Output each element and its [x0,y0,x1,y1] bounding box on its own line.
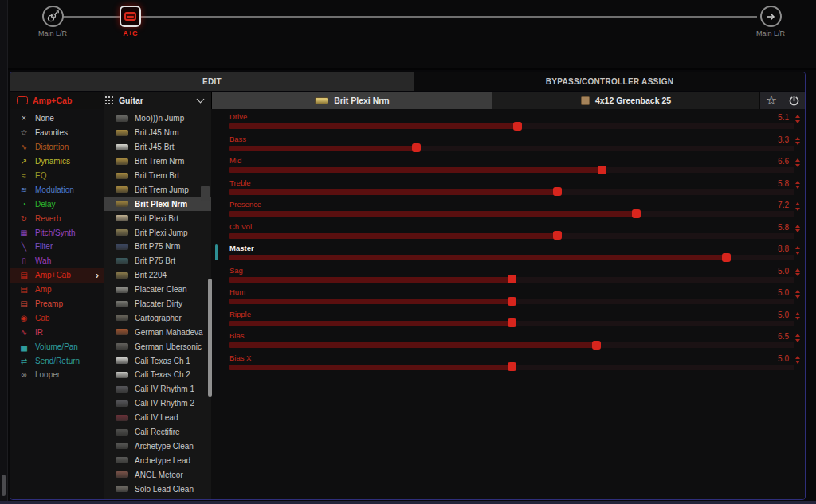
spinner-up-icon[interactable] [795,334,800,337]
param-slider-track[interactable] [230,277,794,283]
param-slider-knob[interactable] [513,122,522,131]
tab-edit[interactable]: EDIT [10,72,414,91]
param-spinner[interactable] [795,246,800,255]
favorite-button[interactable]: ☆ [759,92,783,109]
sidebar-item-distortion[interactable]: ∿Distortion [10,140,104,154]
model-item-brit-p75-brt[interactable]: Brit P75 Brt [104,254,211,268]
param-value[interactable]: 6.6 [778,157,789,166]
model-item-cali-texas-ch-1[interactable]: Cali Texas Ch 1 [104,354,211,368]
model-item-cali-texas-ch-2[interactable]: Cali Texas Ch 2 [104,368,211,382]
model-item-cali-rectifire[interactable]: Cali Rectifire [104,425,211,440]
param-spinner[interactable] [795,312,800,321]
model-item-cali-iv-rhythm-1[interactable]: Cali IV Rhythm 1 [104,382,211,397]
model-item-german-ubersonic[interactable]: German Ubersonic [104,339,211,354]
sidebar-item-filter[interactable]: ╲Filter [10,240,104,254]
param-spinner[interactable] [795,202,800,211]
model-item-brit-j45-brt[interactable]: Brit J45 Brt [104,140,211,154]
param-slider-track[interactable] [230,146,794,151]
spinner-down-icon[interactable] [795,273,800,276]
param-value[interactable]: 6.5 [778,332,789,341]
param-spinner[interactable] [795,115,800,123]
spinner-down-icon[interactable] [795,339,800,342]
spinner-up-icon[interactable] [795,181,800,184]
param-spinner[interactable] [795,225,800,233]
param-value[interactable]: 3.3 [778,135,789,144]
sidebar-item-reverb[interactable]: ↻Reverb [10,211,104,225]
spinner-down-icon[interactable] [795,164,800,167]
sidebar-item-modulation[interactable]: ≋Modulation [10,182,104,197]
param-slider-knob[interactable] [722,253,731,262]
param-slider-track[interactable] [230,321,794,326]
grid-view-icon[interactable] [105,96,113,104]
sidebar-item-looper[interactable]: ∞Looper [10,368,104,382]
sidebar-item-amp-cab[interactable]: ▤Amp+Cab› [10,268,104,283]
spinner-down-icon[interactable] [795,229,800,232]
param-slider-knob[interactable] [508,362,516,371]
spinner-up-icon[interactable] [795,268,800,272]
param-value[interactable]: 5.1 [778,113,789,122]
spinner-up-icon[interactable] [795,202,800,205]
sidebar-item-amp[interactable]: ▤Amp [10,283,104,297]
model-item-brit-trem-nrm[interactable]: Brit Trem Nrm [104,154,211,169]
param-spinner[interactable] [795,356,800,365]
param-slider-track[interactable] [230,211,794,217]
sidebar-item-volume-pan[interactable]: ▅Volume/Pan [10,339,104,354]
sidebar-item-delay[interactable]: ◔Delay [10,197,104,211]
param-slider-knob[interactable] [553,187,562,196]
param-value[interactable]: 8.8 [778,244,789,253]
model-item-brit-2204[interactable]: Brit 2204 [104,268,211,283]
model-item-moo-n-jump[interactable]: Moo)))n Jump [104,111,211,126]
model-item-archetype-clean[interactable]: Archetype Clean [104,439,211,453]
model-item-german-mahadeva[interactable]: German Mahadeva [104,325,211,339]
param-spinner[interactable] [795,158,800,167]
amp-model-tab[interactable]: Brit Plexi Nrm [211,92,492,109]
spinner-up-icon[interactable] [795,225,800,228]
param-value[interactable]: 5.0 [778,288,789,297]
param-value[interactable]: 5.8 [778,179,789,188]
model-item-brit-p75-nrm[interactable]: Brit P75 Nrm [104,240,211,254]
param-slider-track[interactable] [230,233,794,239]
spinner-down-icon[interactable] [795,142,800,145]
power-button[interactable] [783,92,805,109]
sidebar-item-ir[interactable]: ∿IR [10,325,104,339]
sidebar-item-eq[interactable]: ≈EQ [10,169,104,183]
sidebar-item-favorites[interactable]: ☆Favorites [10,126,104,140]
param-slider-track[interactable] [230,189,794,195]
spinner-up-icon[interactable] [795,312,800,315]
spinner-up-icon[interactable] [795,115,800,118]
model-item-angl-meteor[interactable]: ANGL Meteor [104,467,211,482]
spinner-up-icon[interactable] [795,246,800,249]
param-slider-track[interactable] [230,342,794,348]
param-slider-track[interactable] [230,365,794,370]
model-item-brit-plexi-nrm[interactable]: Brit Plexi Nrm [104,197,211,211]
spinner-down-icon[interactable] [795,186,800,189]
model-item-placater-dirty[interactable]: Placater Dirty [104,297,211,311]
spinner-up-icon[interactable] [795,158,800,162]
param-value[interactable]: 5.0 [778,354,789,363]
param-slider-track[interactable] [230,167,794,173]
left-edge-scrollbar[interactable] [0,0,8,504]
model-item-brit-trem-brt[interactable]: Brit Trem Brt [104,169,211,183]
sidebar-item-send-return[interactable]: ⇄Send/Return [10,354,104,368]
spinner-up-icon[interactable] [795,137,800,140]
spinner-down-icon[interactable] [795,252,800,255]
tab-bypass-controller-assign[interactable]: BYPASS/CONTROLLER ASSIGN [414,72,805,91]
model-item-brit-j45-nrm[interactable]: Brit J45 Nrm [104,126,211,140]
input-node[interactable]: Main L/R [38,6,67,37]
divider-grip[interactable] [201,186,210,201]
param-spinner[interactable] [795,268,800,277]
spinner-down-icon[interactable] [795,208,800,211]
param-slider-knob[interactable] [508,275,516,283]
sidebar-item-dynamics[interactable]: ↗Dynamics [10,154,104,169]
param-slider-knob[interactable] [598,166,606,174]
spinner-down-icon[interactable] [795,120,800,123]
sidebar-item-preamp[interactable]: ▤Preamp [10,297,104,311]
spinner-down-icon[interactable] [795,361,800,364]
spinner-down-icon[interactable] [795,317,800,320]
sidebar-item-wah[interactable]: ▯Wah [10,254,104,268]
sidebar-item-none[interactable]: ×None [10,111,104,126]
spinner-up-icon[interactable] [795,290,800,293]
model-item-solo-lead-crunch[interactable]: Solo Lead Crunch [104,496,211,499]
param-slider-knob[interactable] [553,231,562,240]
model-item-cali-iv-rhythm-2[interactable]: Cali IV Rhythm 2 [104,397,211,411]
